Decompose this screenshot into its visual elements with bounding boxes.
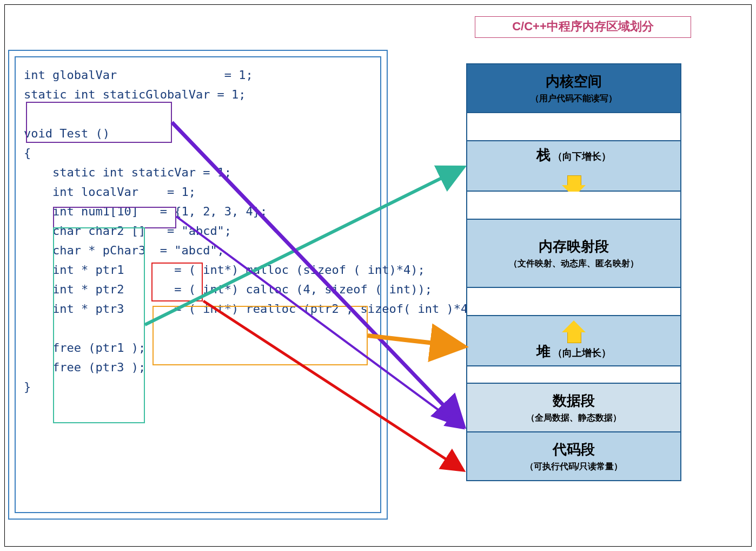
region-subtitle: （用户代码不能读写） (470, 93, 678, 104)
region-subtitle: （文件映射、动态库、匿名映射） (470, 258, 678, 270)
region-title: 栈 (536, 147, 551, 163)
region-subtitle: （向上增长） (553, 347, 611, 358)
memory-region-data: 数据段 （全局数据、静态数据） (467, 384, 680, 432)
code-text: int globalVar (24, 68, 117, 82)
memory-region-mmap: 内存映射段 （文件映射、动态库、匿名映射） (467, 220, 680, 288)
region-subtitle: （向下增长） (553, 151, 611, 162)
memory-region-stack: 栈 （向下增长） (467, 141, 680, 192)
region-title: 内核空间 (470, 72, 678, 91)
region-subtitle: （可执行代码/只读常量） (470, 461, 678, 473)
memory-region-heap: 堆 （向上增长） (467, 316, 680, 366)
code-text: int localVar (24, 185, 138, 199)
memory-gap (467, 366, 680, 384)
code-text: = "abcd"; (145, 244, 224, 257)
memory-layout-table: 内核空间 （用户代码不能读写） 栈 （向下增长） 内存映射段 （文件映射、动态库… (466, 63, 681, 481)
diagram-title: C/C++中程序内存区域划分 (475, 16, 691, 38)
code-line: } (24, 380, 31, 393)
code-line: { (24, 146, 31, 160)
region-title: 数据段 (470, 391, 678, 410)
highlight-static-var (53, 207, 176, 228)
region-title: 代码段 (470, 440, 678, 459)
region-title: 内存映射段 (470, 237, 678, 256)
memory-region-code: 代码段 （可执行代码/只读常量） (467, 432, 680, 480)
highlight-heap-alloc (152, 306, 368, 365)
memory-region-kernel: 内核空间 （用户代码不能读写） (467, 64, 680, 113)
code-text: = 1; (196, 166, 231, 179)
region-title: 堆 (536, 343, 551, 359)
memory-gap (467, 192, 680, 220)
code-text: = 1; (138, 185, 196, 199)
code-line: int localVar = 1; (24, 185, 196, 199)
highlight-local-vars (53, 227, 145, 423)
code-line: int globalVar = 1; (24, 68, 253, 82)
region-subtitle: （全局数据、静态数据） (470, 412, 678, 424)
memory-gap (467, 288, 680, 316)
highlight-string-constant (151, 263, 203, 301)
code-line: static int staticVar = 1; (24, 166, 231, 179)
code-text: = 1; (210, 88, 246, 101)
code-text: = 1; (217, 68, 253, 82)
code-line: static int staticGlobalVar = 1; (24, 88, 246, 101)
memory-gap (467, 113, 680, 141)
code-text: static int staticGlobalVar (24, 88, 210, 101)
highlight-global-vars (26, 102, 172, 143)
code-text: static int staticVar (24, 166, 196, 179)
